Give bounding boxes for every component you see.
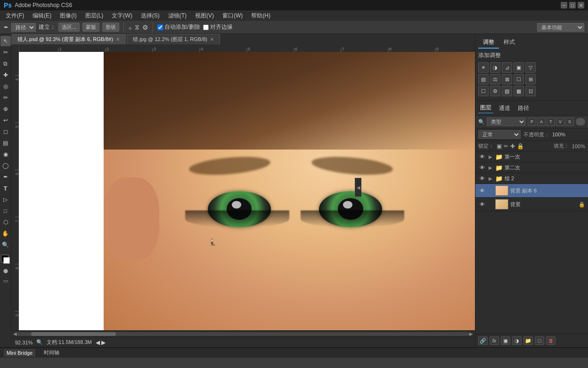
scroll-right-btn[interactable]: ▶ <box>469 331 473 336</box>
layer-item[interactable]: 👁 ▶ 📁 第二次 <box>475 162 588 173</box>
tool-brush[interactable]: ✏ <box>0 92 11 103</box>
maximize-button[interactable]: □ <box>569 2 576 8</box>
new-group-btn[interactable]: 📁 <box>523 336 533 345</box>
window-controls[interactable]: ─ □ ✕ <box>561 2 584 8</box>
adj-threshold[interactable]: ▧ <box>502 86 512 96</box>
auto-add-label[interactable]: 自动添加/删除 <box>157 23 200 31</box>
nav-left-btn[interactable]: ◀ <box>96 339 100 346</box>
tab-jpg-close[interactable]: ✕ <box>210 37 214 42</box>
blend-mode-select[interactable]: 正常 <box>478 130 521 139</box>
adj-color-balance[interactable]: ⚖ <box>490 74 500 84</box>
new-fill-adj-btn[interactable]: ◑ <box>512 336 522 345</box>
path-select[interactable]: 路径 <box>11 23 36 32</box>
adj-levels[interactable]: ⊿ <box>502 62 512 73</box>
adj-invert[interactable]: ☐ <box>478 86 489 96</box>
tool-pen[interactable]: ✒ <box>0 172 11 182</box>
tab-adjustments[interactable]: 调整 <box>478 37 499 49</box>
menu-item-e[interactable]: 编辑(E) <box>29 11 55 21</box>
layer-visibility-btn[interactable]: 👁 <box>478 175 486 182</box>
timeline-tab[interactable]: 时间轴 <box>41 348 62 357</box>
mini-bridge-tab[interactable]: Mini Bridge <box>4 349 35 357</box>
adj-hue-sat[interactable]: ▤ <box>478 74 489 84</box>
tab-channels[interactable]: 通道 <box>497 103 512 113</box>
tool-path-select[interactable]: ▷ <box>0 194 11 205</box>
horizontal-scrollbar[interactable]: ◀ ▶ <box>11 330 475 337</box>
auto-add-checkbox[interactable] <box>157 25 163 30</box>
tab-psd[interactable]: 猎人.psd @ 92.3% (背景 副本 6, RGB/8#) ✕ <box>11 34 126 44</box>
layer-item[interactable]: 👁 ▶ 📁 组 2 <box>475 173 588 184</box>
layer-visibility-btn[interactable]: 👁 <box>478 164 486 171</box>
tool-spot-heal[interactable]: ◎ <box>0 81 11 92</box>
tool-selection[interactable]: ↖ <box>0 36 11 46</box>
adj-photo-filter[interactable]: ☐ <box>514 74 524 84</box>
workspace-select[interactable]: 基本功能 <box>537 23 584 32</box>
lock-paint-btn[interactable]: ✏ <box>504 143 508 150</box>
scroll-nav[interactable]: ◀ ▶ <box>96 339 106 346</box>
lock-transparent-btn[interactable]: ▣ <box>497 143 502 150</box>
layer-visibility-btn[interactable]: 👁 <box>478 187 486 194</box>
tool-slice[interactable]: ⧉ <box>0 59 11 69</box>
layer-expand-btn[interactable]: ▶ <box>488 154 493 159</box>
filter-pixel-btn[interactable]: P <box>528 117 536 126</box>
tab-layers[interactable]: 图层 <box>478 103 493 113</box>
menu-item-i[interactable]: 图像(I) <box>56 11 80 21</box>
mask-button[interactable]: 蒙版 <box>82 23 99 32</box>
filter-type-btn[interactable]: T <box>547 117 555 126</box>
shape-button[interactable]: 形状 <box>102 23 119 32</box>
panel-collapse-button[interactable]: ◀ <box>355 178 361 197</box>
select-button[interactable]: 选区... <box>58 23 80 32</box>
menu-item-w[interactable]: 窗口(W) <box>219 11 246 21</box>
link-layers-btn[interactable]: 🔗 <box>478 336 488 345</box>
new-layer-btn[interactable]: □ <box>535 336 544 345</box>
filter-toggle[interactable] <box>576 118 585 125</box>
delete-layer-btn[interactable]: 🗑 <box>546 336 555 345</box>
canvas-content[interactable] <box>19 52 475 330</box>
tool-history-brush[interactable]: ↩ <box>0 115 11 125</box>
layer-expand-btn[interactable]: ▶ <box>488 176 493 181</box>
scroll-left-btn[interactable]: ◀ <box>13 331 17 336</box>
lock-all-btn[interactable]: 🔒 <box>517 143 524 150</box>
tool-type[interactable]: T <box>0 183 11 193</box>
layer-fx-btn[interactable]: fx <box>490 336 499 345</box>
layer-visibility-btn[interactable]: 👁 <box>478 201 486 208</box>
lock-move-btn[interactable]: ✚ <box>510 143 515 150</box>
tab-styles[interactable]: 样式 <box>499 37 520 49</box>
layer-item-selected[interactable]: 👁 背景 副本 6 <box>475 184 588 198</box>
tool-measure[interactable]: ✚ <box>0 70 11 80</box>
menu-item-s[interactable]: 选择(S) <box>137 11 163 21</box>
add-mask-btn[interactable]: ▣ <box>501 336 510 345</box>
tool-gradient[interactable]: ▤ <box>0 138 11 148</box>
layer-type-select[interactable]: 类型 <box>487 117 526 126</box>
filter-shape-btn[interactable]: V <box>556 117 564 126</box>
tool-shape[interactable]: □ <box>0 206 11 216</box>
menu-item-h[interactable]: 帮助(H) <box>247 11 274 21</box>
align-edge-label[interactable]: 对齐边缘 <box>203 23 233 31</box>
layer-visibility-btn[interactable]: 👁 <box>478 153 486 160</box>
adj-gradient-map[interactable]: ▩ <box>514 86 524 96</box>
tab-paths[interactable]: 路径 <box>516 103 531 113</box>
adj-brightness[interactable]: ☀ <box>478 62 489 73</box>
filter-smart-btn[interactable]: S <box>565 117 574 126</box>
menu-item-t[interactable]: 滤镜(T) <box>164 11 190 21</box>
align-edge-checkbox[interactable] <box>203 25 209 30</box>
tab-psd-close[interactable]: ✕ <box>116 37 120 42</box>
tool-blur[interactable]: ◉ <box>0 149 11 159</box>
layer-item[interactable]: 👁 背景 🔒 <box>475 198 588 211</box>
bg-color-box[interactable] <box>3 257 10 264</box>
quick-mask-btn[interactable]: ⬤ <box>1 267 10 275</box>
adj-exposure[interactable]: ▣ <box>514 62 524 73</box>
scroll-thumb[interactable] <box>31 332 116 336</box>
filter-adj-btn[interactable]: A <box>537 117 546 126</box>
nav-right-btn[interactable]: ▶ <box>101 339 106 346</box>
layer-expand-btn[interactable]: ▶ <box>488 165 493 170</box>
tab-jpg[interactable]: 猎.jpg @ 12.2% (图层 1, RGB/8) ✕ <box>127 34 220 44</box>
tool-hand[interactable]: ✋ <box>0 228 11 239</box>
foreground-color[interactable] <box>1 255 10 264</box>
menu-item-w[interactable]: 文字(W) <box>108 11 136 21</box>
adj-bw[interactable]: ⊠ <box>502 74 512 84</box>
tool-clone[interactable]: ⊕ <box>0 104 11 114</box>
tool-zoom[interactable]: 🔍 <box>0 240 11 250</box>
screen-mode-btn[interactable]: ▭ <box>1 277 10 284</box>
gear-icon[interactable]: ⚙ <box>142 24 148 31</box>
adj-curves[interactable]: ◑ <box>490 62 500 73</box>
